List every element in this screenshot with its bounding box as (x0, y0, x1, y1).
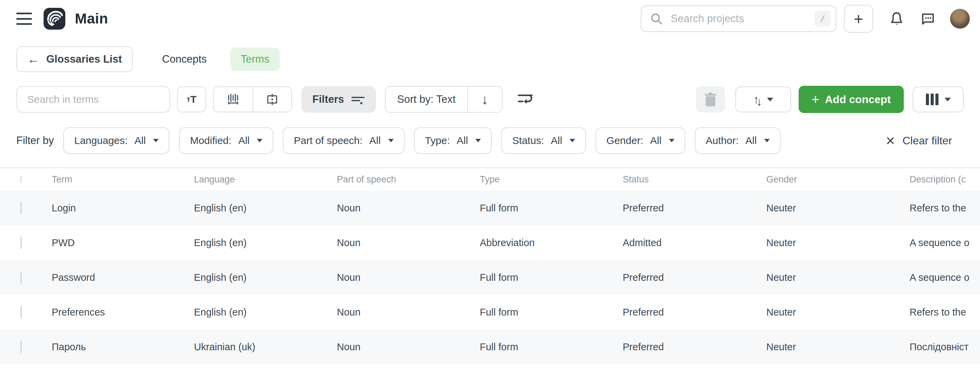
cell-status: Preferred (623, 307, 766, 318)
filter-dropdown[interactable]: Author: All (695, 127, 781, 154)
filter-name: Part of speech: (294, 135, 363, 146)
cell-part-of-speech: Noun (337, 272, 480, 283)
messages-button[interactable] (920, 11, 936, 27)
filter-dropdown[interactable]: Languages: All (63, 127, 169, 154)
filter-value: All (551, 135, 562, 146)
wrap-lines-icon (517, 92, 535, 107)
trash-icon (704, 92, 717, 107)
match-whole-phrase-button[interactable] (214, 87, 253, 112)
cell-description: Refers to the (910, 307, 980, 318)
caret-down-icon (767, 98, 773, 101)
back-to-glossaries-button[interactable]: ← Glossaries List (16, 46, 133, 72)
filter-dropdown[interactable]: Modified: All (179, 127, 273, 154)
cell-term: Login (52, 203, 194, 214)
filter-value: All (134, 135, 146, 146)
user-avatar[interactable] (950, 9, 970, 29)
whole-phrase-icon (226, 93, 240, 106)
filter-dropdown[interactable]: Gender: All (595, 127, 685, 154)
table-row[interactable]: Login English (en) Noun Full form Prefer… (0, 191, 980, 225)
cell-language: English (en) (194, 272, 337, 283)
delete-button[interactable] (696, 86, 725, 112)
filter-dropdown[interactable]: Type: All (414, 127, 492, 154)
match-case-button[interactable]: тT (177, 86, 206, 112)
add-concept-button[interactable]: + Add concept (799, 86, 904, 113)
cell-gender: Neuter (766, 272, 910, 283)
filter-value: All (369, 135, 380, 146)
table-row[interactable]: Пароль Ukrainian (uk) Noun Full form Pre… (0, 330, 980, 364)
column-header: Type (480, 174, 623, 185)
caret-down-icon (570, 139, 575, 142)
search-in-terms-input[interactable] (16, 86, 170, 113)
top-bar: Main / + (0, 0, 980, 37)
caret-down-icon (945, 98, 951, 101)
tab-concepts[interactable]: Concepts (152, 48, 217, 71)
cell-gender: Neuter (766, 307, 910, 318)
filter-value: All (238, 135, 250, 146)
row-checkbox[interactable] (21, 236, 22, 249)
caret-down-icon (257, 139, 262, 142)
terms-toolbar: тT (16, 86, 964, 113)
tab-terms[interactable]: Terms (231, 48, 279, 71)
table-header: TermLanguagePart of speechTypeStatusGend… (0, 168, 980, 191)
row-checkbox[interactable] (21, 341, 22, 353)
search-projects-input[interactable] (641, 5, 837, 32)
filter-name: Type: (425, 135, 450, 146)
select-all-checkbox[interactable] (21, 175, 22, 183)
clear-filter-label: Clear filter (902, 134, 952, 147)
exact-match-button[interactable] (253, 87, 291, 112)
sort-by-button[interactable]: Sort by: Text (385, 87, 467, 112)
cell-description: Refers to the (910, 203, 980, 214)
filter-bar: Filter by Languages: All Modified: All P… (16, 127, 964, 154)
column-header: Description (c (910, 174, 980, 185)
menu-icon[interactable] (16, 13, 32, 25)
caret-down-icon (153, 139, 159, 142)
column-header: Language (194, 174, 337, 185)
cell-gender: Neuter (766, 203, 910, 214)
cell-language: English (en) (194, 307, 337, 318)
wrap-lines-button[interactable] (517, 92, 535, 107)
cell-type: Full form (480, 307, 623, 318)
row-checkbox[interactable] (21, 271, 22, 284)
row-checkbox[interactable] (21, 306, 22, 318)
project-search: / (641, 5, 837, 32)
exact-match-icon (266, 93, 279, 106)
glossary-nav: ← Glossaries List Concepts Terms (16, 46, 964, 72)
crowdin-logo[interactable] (43, 8, 65, 30)
back-arrow-icon: ← (27, 52, 40, 66)
cell-term: PWD (52, 237, 194, 249)
sort-direction-button[interactable]: ↓ (467, 87, 502, 112)
cell-type: Full form (480, 203, 623, 214)
filter-value: All (746, 135, 757, 146)
clear-filter-button[interactable]: × Clear filter (886, 133, 952, 148)
plus-icon: + (811, 92, 819, 107)
filter-pills: Languages: All Modified: All Part of spe… (54, 127, 781, 154)
import-export-button[interactable]: ↑↓ (735, 86, 791, 112)
cell-part-of-speech: Noun (337, 203, 480, 214)
caret-down-icon (476, 139, 481, 142)
plus-icon: + (854, 10, 863, 28)
notifications-button[interactable] (889, 11, 904, 27)
columns-icon (926, 94, 939, 105)
filter-name: Status: (512, 135, 544, 146)
column-header: Status (623, 174, 766, 185)
filter-dropdown[interactable]: Status: All (501, 127, 586, 154)
filter-name: Gender: (606, 135, 643, 146)
create-project-button[interactable]: + (844, 5, 873, 33)
cell-description: Послідовніст (910, 341, 980, 353)
cell-gender: Neuter (766, 341, 910, 353)
table-row[interactable]: Password English (en) Noun Full form Pre… (0, 260, 980, 295)
filter-dropdown[interactable]: Part of speech: All (283, 127, 404, 154)
table-body: Login English (en) Noun Full form Prefer… (0, 191, 980, 364)
filters-button[interactable]: Filters (301, 86, 376, 113)
cell-status: Preferred (623, 203, 766, 214)
table-row[interactable]: PWD English (en) Noun Abbreviation Admit… (0, 225, 980, 260)
cell-status: Preferred (623, 341, 766, 353)
table-row[interactable]: Preferences English (en) Noun Full form … (0, 295, 980, 330)
search-options-group (213, 86, 292, 112)
row-checkbox[interactable] (21, 202, 22, 214)
column-header: Term (52, 174, 194, 185)
cell-part-of-speech: Noun (337, 307, 480, 318)
cell-language: English (en) (194, 203, 337, 214)
filter-name: Modified: (190, 135, 231, 146)
columns-button[interactable] (913, 86, 964, 112)
